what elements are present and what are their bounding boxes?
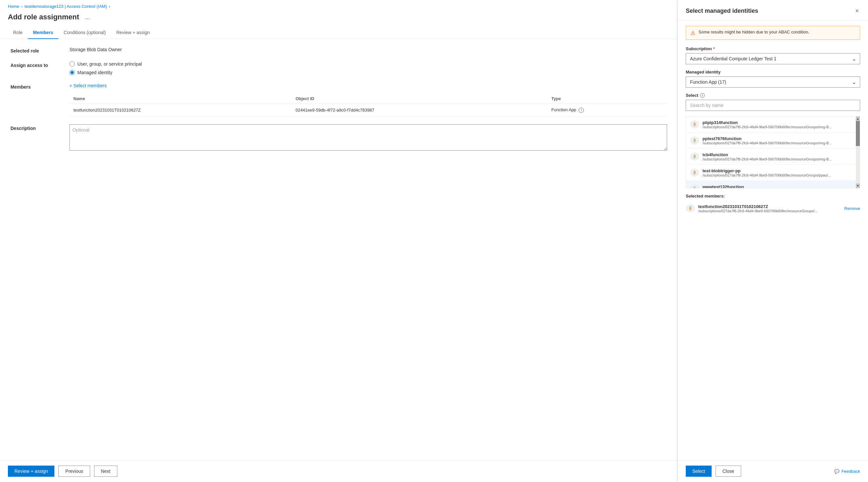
tab-bar: Role Members Conditions (optional) Revie… (0, 27, 678, 39)
description-label: Description (10, 124, 69, 131)
identity-info-0: piipip314function /subscriptions/027da7f… (703, 120, 856, 129)
member-type: Function App i (548, 104, 667, 116)
panel-close-button[interactable]: × (854, 6, 860, 15)
scroll-thumb[interactable] (856, 121, 860, 146)
description-textarea[interactable] (69, 124, 667, 151)
page-header: Add role assignment ... (0, 11, 678, 27)
form-area: Selected role Storage Blob Data Owner As… (0, 39, 678, 460)
identity-path-3: /subscriptions/027da7f8-2fc6-46d4-9be9-5… (703, 173, 856, 177)
select-members-button[interactable]: + Select members (69, 83, 106, 88)
radio-managed-label: Managed identity (78, 70, 113, 75)
assign-access-label: Assign access to (10, 61, 69, 68)
managed-identity-field: Managed identity Function App (17) (686, 69, 860, 88)
panel-close-btn[interactable]: Close (716, 465, 741, 477)
function-icon-0 (690, 120, 699, 129)
panel-title: Select managed identities (686, 7, 758, 15)
managed-identity-dropdown-wrapper: Function App (17) (686, 77, 860, 88)
selected-member-item-0: testfunction20231031T010210627Z /subscri… (686, 201, 860, 216)
identity-name-2: tcb4function (703, 152, 856, 157)
function-icon-2 (690, 152, 699, 161)
scroll-up-button[interactable]: ▲ (856, 116, 860, 121)
breadcrumb: Home › testdemostorage123 | Access Contr… (0, 0, 678, 11)
managed-identity-dropdown[interactable]: Function App (17) (686, 77, 860, 88)
warning-text: Some results might be hidden due to your… (699, 30, 809, 34)
col-name: Name (69, 93, 292, 104)
identity-item-3[interactable]: test-blobtrigger-pp /subscriptions/027da… (686, 165, 860, 181)
radio-managed-input[interactable] (69, 70, 75, 75)
description-row: Description (10, 124, 667, 151)
warning-banner: ⚠ Some results might be hidden due to yo… (686, 26, 860, 40)
identity-name-3: test-blobtrigger-pp (703, 168, 856, 173)
breadcrumb-storage[interactable]: testdemostorage123 | Access Control (IAM… (25, 4, 107, 9)
managed-identity-label: Managed identity (686, 69, 860, 75)
selected-role-label: Selected role (10, 47, 69, 54)
radio-managed-identity[interactable]: Managed identity (69, 70, 667, 75)
breadcrumb-sep2: › (109, 4, 110, 9)
identity-name-0: piipip314function (703, 120, 856, 125)
select-field: Select i (686, 93, 860, 111)
feedback-icon: 💬 (834, 469, 839, 474)
feedback-button[interactable]: 💬 Feedback (834, 469, 860, 474)
scroll-down-button[interactable]: ▼ (856, 183, 860, 188)
function-icon-3 (690, 168, 699, 177)
remove-member-button[interactable]: Remove (844, 206, 860, 211)
right-panel: Select managed identities × ⚠ Some resul… (678, 0, 868, 482)
identity-info-1: pptest7676function /subscriptions/027da7… (703, 136, 856, 145)
identity-path-1: /subscriptions/027da7f8-2fc6-46d4-9be9-5… (703, 141, 856, 145)
selected-member-path-0: /subscriptions/027da7f8-2fc6-46d4-9be9-5… (698, 209, 841, 213)
more-options-button[interactable]: ... (83, 13, 92, 21)
selected-members-section: Selected members: testfunction20231031T0… (686, 194, 860, 216)
bottom-bar: Review + assign Previous Next (0, 460, 678, 482)
panel-footer-actions: Select Close (686, 465, 741, 477)
warning-icon: ⚠ (691, 30, 695, 36)
subscription-dropdown[interactable]: Azure Confidential Compute Ledger Test 1 (686, 53, 860, 64)
radio-user-principal[interactable]: User, group, or service principal (69, 61, 667, 66)
identity-item-1[interactable]: pptest7676function /subscriptions/027da7… (686, 133, 860, 149)
assign-access-row: Assign access to User, group, or service… (10, 61, 667, 75)
breadcrumb-home[interactable]: Home (8, 4, 19, 9)
identity-info-3: test-blobtrigger-pp /subscriptions/027da… (703, 168, 856, 177)
member-object-id: 02441ee9-59db-4f72-a9c0-f7dd4c783987 (292, 104, 548, 116)
tab-conditions[interactable]: Conditions (optional) (58, 27, 111, 39)
previous-button[interactable]: Previous (58, 465, 90, 477)
radio-user-input[interactable] (69, 61, 75, 66)
selected-role-value: Storage Blob Data Owner (69, 46, 122, 52)
select-info-icon[interactable]: i (700, 93, 705, 98)
type-info-icon[interactable]: i (579, 108, 584, 113)
page-title: Add role assignment (8, 13, 79, 21)
identity-name-4: wwwtest132function (703, 185, 856, 189)
subscription-field: Subscription * Azure Confidential Comput… (686, 46, 860, 64)
selected-members-label: Selected members: (686, 194, 860, 199)
panel-select-button[interactable]: Select (686, 465, 712, 477)
member-name: testfunction20231031T010210627Z (69, 104, 292, 116)
tab-members[interactable]: Members (28, 27, 58, 39)
select-label: Select i (686, 93, 860, 98)
identity-item-0[interactable]: piipip314function /subscriptions/027da7f… (686, 116, 860, 133)
identity-name-1: pptest7676function (703, 136, 856, 141)
scrollbar[interactable]: ▲ ▼ (856, 116, 860, 188)
function-icon-1 (690, 136, 699, 145)
scroll-track (856, 121, 860, 183)
feedback-label: Feedback (841, 469, 860, 474)
review-assign-button[interactable]: Review + assign (8, 465, 54, 477)
breadcrumb-sep1: › (21, 4, 23, 9)
identity-item-2[interactable]: tcb4function /subscriptions/027da7f8-2fc… (686, 149, 860, 165)
members-label: Members (10, 83, 69, 90)
identity-path-0: /subscriptions/027da7f8-2fc6-46d4-9be9-5… (703, 125, 856, 129)
identity-path-2: /subscriptions/027da7f8-2fc6-46d4-9be9-5… (703, 157, 856, 161)
selected-role-row: Selected role Storage Blob Data Owner (10, 47, 667, 54)
tab-role[interactable]: Role (8, 27, 28, 39)
identity-item-4[interactable]: wwwtest132function /subscriptions/027da7… (686, 181, 860, 188)
subscription-label: Subscription * (686, 46, 860, 51)
tab-review[interactable]: Review + assign (111, 27, 155, 39)
search-input[interactable] (686, 100, 860, 111)
col-object-id: Object ID (292, 93, 548, 104)
radio-user-label: User, group, or service principal (78, 61, 142, 66)
panel-header: Select managed identities × (678, 0, 868, 21)
function-icon-4 (690, 184, 699, 188)
table-row: testfunction20231031T010210627Z 02441ee9… (69, 104, 667, 116)
identity-info-4: wwwtest132function /subscriptions/027da7… (703, 185, 856, 189)
panel-content: ⚠ Some results might be hidden due to yo… (678, 21, 868, 460)
selected-member-name-0: testfunction20231031T010210627Z (698, 204, 841, 209)
next-button[interactable]: Next (94, 465, 117, 477)
